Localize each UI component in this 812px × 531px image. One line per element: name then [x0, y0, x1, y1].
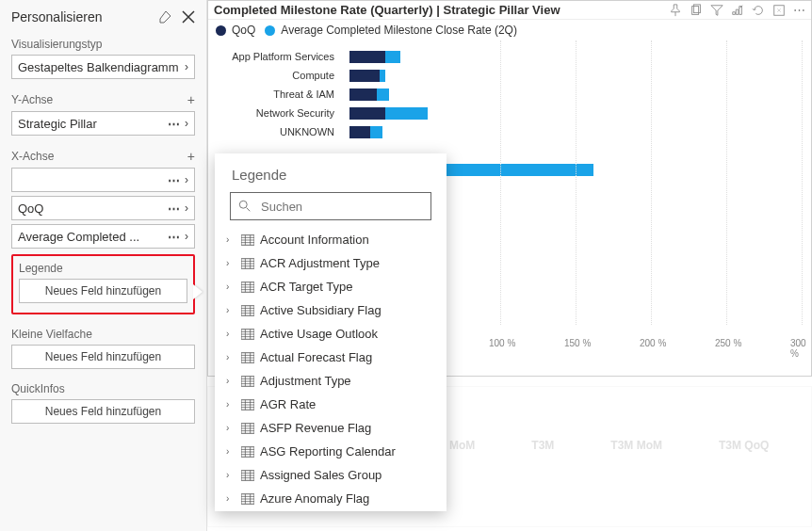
bar-segment[interactable] — [377, 88, 389, 101]
axis-tick: 200 % — [640, 338, 666, 348]
legend-swatch-dark — [216, 25, 226, 36]
table-icon — [241, 329, 254, 340]
bar-segment[interactable] — [385, 51, 400, 63]
field-name: ACR Adjustment Type — [260, 256, 380, 270]
bar-row: Threat & IAM — [349, 86, 811, 103]
chevron-right-icon: › — [185, 230, 188, 243]
x-axis-label: X-Achse + — [11, 149, 195, 164]
field-name: Azure Anomaly Flag — [260, 491, 369, 506]
add-x-field-icon[interactable]: + — [187, 149, 195, 164]
field-tree-item[interactable]: ›ASG Reporting Calendar — [224, 440, 441, 463]
field-tree-item[interactable]: ›Assigned Sales Group — [224, 463, 441, 487]
chevron-right-icon: › — [226, 423, 235, 433]
table-icon — [241, 376, 254, 387]
axis-tick: 300 % — [790, 338, 806, 359]
gridline — [726, 40, 727, 325]
x-axis-field-2[interactable]: Average Completed ... ⋯ › — [11, 224, 195, 249]
add-legend-field-button[interactable]: Neues Feld hinzufügen — [19, 279, 187, 303]
add-y-field-icon[interactable]: + — [187, 92, 195, 107]
chevron-right-icon: › — [226, 352, 235, 362]
chevron-right-icon: › — [226, 258, 235, 268]
more-icon[interactable]: ⋯ — [793, 3, 805, 17]
more-icon[interactable]: ⋯ — [168, 201, 181, 216]
add-small-multiples-button[interactable]: Neues Feld hinzufügen — [11, 345, 195, 369]
more-icon[interactable]: ⋯ — [168, 117, 181, 131]
field-tree-item[interactable]: ›ACR Adjustment Type — [224, 251, 441, 275]
faded-column-header: MoM — [449, 439, 475, 452]
legend-section-highlight: Legende Neues Feld hinzufügen — [11, 254, 195, 314]
bar-row: Network Security — [349, 105, 811, 121]
field-tree-item[interactable]: ›Actual Forecast Flag — [224, 346, 441, 369]
field-tree-item[interactable]: ›Account Information — [224, 228, 441, 251]
search-icon — [238, 200, 252, 213]
focus-icon[interactable] — [772, 3, 786, 17]
refresh-icon[interactable] — [752, 3, 765, 17]
field-tree-item[interactable]: ›Azure Anomaly Flag — [224, 487, 441, 510]
faded-column-header: T3M — [531, 439, 554, 452]
field-name: Active Usage Outlook — [260, 327, 378, 341]
field-tree-item[interactable]: ›AGR Rate — [224, 393, 441, 416]
eraser-icon[interactable] — [157, 9, 172, 24]
bar-segment[interactable] — [380, 70, 385, 82]
bar-segment[interactable] — [385, 107, 428, 120]
bar-segment[interactable] — [349, 51, 385, 63]
field-tree[interactable]: ›Account Information›ACR Adjustment Type… — [215, 228, 447, 511]
field-name: ASFP Revenue Flag — [260, 421, 371, 435]
bar-category-label: UNKNOWN — [208, 126, 340, 137]
pin-icon[interactable] — [669, 3, 682, 17]
chevron-right-icon: › — [226, 446, 235, 457]
bar-segment[interactable] — [349, 107, 385, 120]
bar-category-label: Network Security — [208, 107, 340, 119]
axis-tick: 100 % — [489, 338, 515, 348]
bar-category-label: Compute — [208, 70, 340, 81]
bar-segment[interactable] — [349, 70, 380, 82]
bar-segment[interactable] — [349, 88, 377, 101]
x-axis-field-0[interactable]: ⋯ › — [11, 168, 195, 192]
x-axis-field-1[interactable]: QoQ ⋯ › — [11, 196, 195, 220]
chevron-right-icon: › — [226, 234, 235, 245]
table-icon — [241, 258, 254, 269]
gridline — [651, 40, 652, 325]
search-input-field[interactable] — [259, 199, 423, 215]
field-tree-item[interactable]: ›Adjustment Type — [224, 369, 441, 393]
table-icon — [241, 399, 254, 410]
bar-segment[interactable] — [370, 126, 382, 138]
table-icon — [241, 282, 254, 293]
bar-row: App Platform Services — [349, 48, 811, 65]
search-input[interactable] — [230, 192, 431, 220]
legend-label-avg: Average Completed Milestone Close Rate (… — [281, 24, 517, 37]
field-tree-item[interactable]: ›ASFP Revenue Flag — [224, 416, 441, 440]
bar-row: Compute — [349, 67, 811, 84]
chevron-right-icon: › — [226, 376, 235, 386]
vis-type-selector[interactable]: Gestapeltes Balkendiagramm › — [11, 55, 195, 79]
spotlight-icon[interactable] — [731, 3, 744, 17]
svg-point-3 — [239, 201, 247, 208]
copy-icon[interactable] — [690, 3, 703, 17]
field-tree-item[interactable]: ›Active Subsidiary Flag — [224, 298, 441, 322]
panel-header: Personalisieren — [11, 9, 195, 24]
filter-icon[interactable] — [710, 3, 723, 17]
more-icon[interactable]: ⋯ — [168, 173, 181, 187]
y-axis-field[interactable]: Strategic Pillar ⋯ › — [11, 111, 195, 136]
bar-segment[interactable] — [349, 126, 370, 138]
chevron-right-icon: › — [226, 329, 235, 339]
more-icon[interactable]: ⋯ — [168, 230, 181, 244]
personalize-panel: Personalisieren Visualisierungstyp Gesta… — [0, 0, 207, 531]
field-tree-item[interactable]: ›Active Usage Outlook — [224, 322, 441, 346]
legend-swatch-light — [265, 25, 275, 36]
close-icon[interactable] — [182, 9, 195, 24]
field-name: Actual Forecast Flag — [260, 350, 372, 364]
small-multiples-label: Kleine Vielfache — [11, 328, 195, 341]
chart-title: Completed Milestone Rate (Quarterly) | S… — [214, 3, 560, 17]
axis-tick: 150 % — [564, 338, 591, 348]
field-name: Account Information — [260, 233, 369, 247]
table-icon — [241, 352, 254, 363]
field-tree-item[interactable]: ›ACR Target Type — [224, 275, 441, 298]
chart-legend: QoQ Average Completed Milestone Close Ra… — [208, 20, 811, 40]
y-axis-label: Y-Achse + — [11, 92, 195, 107]
table-icon — [241, 305, 254, 316]
chevron-right-icon: › — [226, 493, 235, 504]
chevron-right-icon: › — [226, 305, 235, 315]
add-tooltip-field-button[interactable]: Neues Feld hinzufügen — [11, 399, 195, 424]
gridline — [802, 40, 803, 325]
